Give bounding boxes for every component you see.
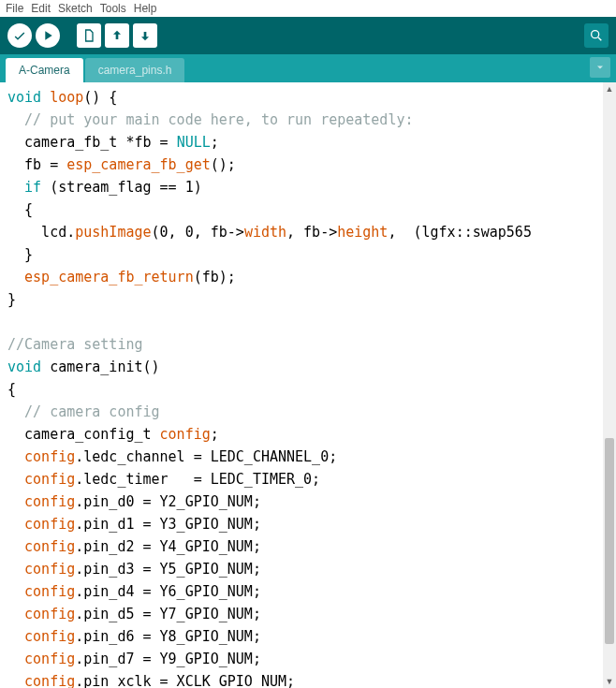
vertical-scrollbar[interactable]: ▲ ▼ [603, 82, 616, 688]
menu-file[interactable]: File [4, 2, 25, 15]
check-icon [12, 28, 27, 43]
code-text[interactable]: void loop() { // put your main code here… [0, 82, 616, 688]
magnifier-icon [589, 28, 604, 43]
serial-monitor-button[interactable] [584, 23, 609, 48]
tab-a-camera[interactable]: A-Camera [6, 58, 83, 82]
menu-tools[interactable]: Tools [98, 2, 128, 15]
code-editor[interactable]: void loop() { // put your main code here… [0, 82, 616, 688]
new-sketch-button[interactable] [77, 23, 101, 48]
save-sketch-button[interactable] [133, 23, 157, 48]
menu-sketch[interactable]: Sketch [56, 2, 95, 15]
toolbar [0, 17, 616, 54]
tab-bar: A-Camera camera_pins.h [0, 54, 616, 82]
svg-point-0 [592, 31, 599, 38]
scroll-down-icon[interactable]: ▼ [603, 675, 616, 688]
verify-button[interactable] [7, 23, 32, 48]
tab-menu-button[interactable] [590, 57, 610, 78]
scroll-thumb[interactable] [605, 438, 614, 644]
arrow-up-icon [110, 28, 125, 43]
open-sketch-button[interactable] [105, 23, 129, 48]
menu-edit[interactable]: Edit [29, 2, 52, 15]
arrow-down-icon [138, 28, 153, 43]
menu-help[interactable]: Help [132, 2, 159, 15]
menu-bar: File Edit Sketch Tools Help [0, 0, 616, 17]
arrow-right-icon [40, 28, 55, 43]
scroll-up-icon[interactable]: ▲ [603, 82, 616, 95]
file-icon [81, 28, 96, 43]
upload-button[interactable] [36, 23, 60, 48]
tab-camera-pins[interactable]: camera_pins.h [85, 58, 185, 82]
chevron-down-icon [594, 62, 606, 73]
